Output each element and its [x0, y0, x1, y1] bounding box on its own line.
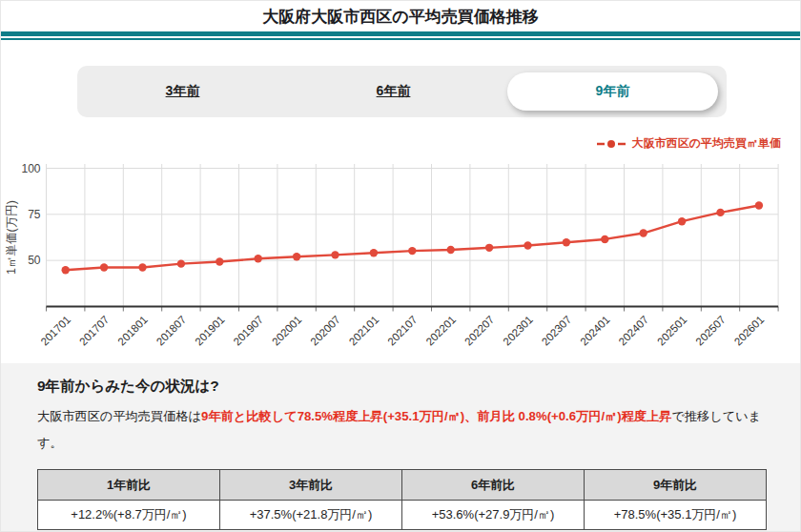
value-6years: +53.6%(+27.9万円/㎡) — [402, 501, 585, 530]
value-1year: +12.2%(+8.7万円/㎡) — [38, 501, 220, 530]
legend-marker-icon — [597, 139, 626, 149]
data-point — [601, 235, 608, 243]
x-tick-label: 201901 — [193, 314, 227, 348]
title-rule-thin — [1, 38, 800, 40]
y-tick-label: 100 — [21, 162, 40, 175]
data-point — [524, 241, 531, 249]
comparison-table-header-row: 1年前比 3年前比 6年前比 9年前比 — [38, 470, 767, 501]
tab-9years[interactable]: 9年前 — [507, 72, 718, 111]
tab-9years-label: 9年前 — [596, 83, 630, 100]
header-3years: 3年前比 — [220, 470, 402, 501]
tab-6years[interactable]: 6年前 — [288, 83, 499, 100]
x-tick-label: 201907 — [231, 314, 265, 348]
x-tick-label: 201701 — [38, 314, 72, 348]
period-tabs: 3年前 6年前 9年前 — [77, 66, 727, 117]
data-point — [331, 251, 339, 258]
data-point — [408, 247, 416, 255]
x-tick-label: 202301 — [501, 314, 535, 348]
x-tick-label: 202507 — [693, 314, 728, 348]
data-point — [755, 201, 763, 209]
legend-label: 大阪市西区の平均売買㎡単価 — [632, 135, 781, 152]
x-tick-label: 202007 — [308, 314, 342, 348]
page: 大阪府大阪市西区の平均売買価格推移 3年前 6年前 9年前 大阪市西区の平均売買… — [0, 0, 801, 532]
tab-3years[interactable]: 3年前 — [77, 83, 288, 100]
header-1year: 1年前比 — [38, 470, 220, 501]
x-tick-label: 202407 — [616, 314, 650, 348]
summary-highlight: 9年前と比較して78.5%程度上昇(+35.1万円/㎡)、前月比 0.8%(+0… — [201, 409, 671, 423]
tab-3years-label[interactable]: 3年前 — [166, 83, 200, 98]
y-axis-title: 1㎡単価(万円) — [5, 200, 18, 275]
x-tick-label: 202201 — [423, 314, 458, 348]
data-point — [255, 255, 262, 262]
y-tick-label: 50 — [28, 254, 41, 267]
data-point — [177, 259, 185, 267]
x-tick-label: 202207 — [462, 314, 497, 348]
title-rule-thick — [1, 31, 800, 36]
x-tick-label: 202401 — [578, 314, 612, 348]
price-trend-chart: 5075100201701201707201801201807201901201… — [1, 158, 801, 349]
value-9years: +78.5%(+35.1万円/㎡) — [585, 501, 767, 530]
data-point — [100, 263, 108, 271]
x-tick-label: 202107 — [385, 314, 420, 348]
comparison-table-value-row: +12.2%(+8.7万円/㎡) +37.5%(+21.8万円/㎡) +53.6… — [38, 501, 767, 530]
data-point — [678, 217, 686, 225]
header-6years: 6年前比 — [402, 470, 585, 501]
x-tick-label: 202601 — [732, 314, 767, 348]
comparison-table: 1年前比 3年前比 6年前比 9年前比 +12.2%(+8.7万円/㎡) +37… — [37, 469, 767, 530]
x-tick-label: 202307 — [540, 314, 574, 348]
x-tick-label: 202101 — [347, 314, 381, 348]
value-3years: +37.5%(+21.8万円/㎡) — [220, 501, 402, 530]
data-point — [485, 244, 493, 252]
data-point — [62, 266, 70, 274]
x-tick-label: 202001 — [270, 314, 304, 348]
data-point — [138, 263, 146, 271]
data-point — [447, 246, 455, 254]
summary-panel: 9年前からみた今の状況は? 大阪市西区の平均売買価格は9年前と比較して78.5%… — [1, 363, 801, 532]
x-tick-label: 201707 — [77, 314, 112, 348]
x-tick-label: 202501 — [655, 314, 689, 348]
y-tick-label: 75 — [28, 208, 41, 221]
summary-heading: 9年前からみた今の状況は? — [37, 377, 219, 397]
data-point — [370, 249, 378, 256]
summary-intro: 大阪市西区の平均売買価格は — [37, 409, 201, 423]
summary-text: 大阪市西区の平均売買価格は9年前と比較して78.5%程度上昇(+35.1万円/㎡… — [37, 403, 779, 456]
data-point — [216, 257, 223, 265]
x-tick-label: 201807 — [154, 314, 189, 348]
page-title: 大阪府大阪市西区の平均売買価格推移 — [1, 6, 800, 28]
data-point — [640, 229, 647, 236]
x-tick-label: 201801 — [115, 314, 150, 348]
header-9years: 9年前比 — [585, 470, 767, 501]
data-point — [716, 209, 724, 216]
chart-legend: 大阪市西区の平均売買㎡単価 — [597, 135, 781, 152]
data-point — [563, 238, 570, 246]
data-point — [293, 253, 300, 260]
tab-6years-label[interactable]: 6年前 — [377, 83, 411, 98]
